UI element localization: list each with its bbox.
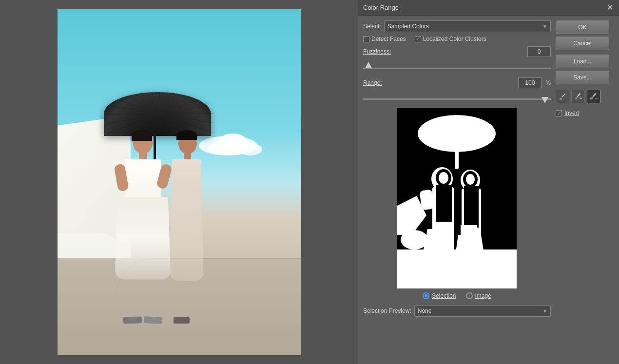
range-row: Range: % (363, 77, 551, 88)
selection-radio-label: Selection (432, 292, 456, 299)
localized-color-clusters-label: Localized Color Clusters (423, 36, 486, 42)
select-dropdown-value: Sampled Colors (387, 23, 429, 30)
image-radio-label: Image (475, 292, 491, 299)
eyedropper-subtract-icon: − (590, 93, 598, 100)
localized-color-clusters-checkbox[interactable] (415, 36, 421, 42)
load-button[interactable]: Load... (556, 55, 609, 68)
eyedropper-add-icon: + (574, 93, 582, 100)
image-radio-item[interactable]: Image (466, 292, 491, 299)
selection-preview-value: None (418, 307, 432, 314)
svg-rect-20 (560, 98, 562, 100)
eyedropper-subtract-button[interactable]: − (587, 90, 600, 103)
svg-rect-21 (575, 97, 577, 99)
detect-faces-checkbox-wrapper[interactable]: Detect Faces (363, 36, 406, 42)
select-dropdown[interactable]: Sampled Colors ▼ (384, 20, 551, 32)
range-slider[interactable] (363, 92, 551, 103)
invert-row: Invert (556, 110, 614, 116)
mask-preview (397, 108, 517, 288)
fuzziness-input[interactable] (527, 46, 551, 57)
view-radio-group: Selection Image (363, 292, 551, 299)
photo-area (0, 0, 358, 364)
svg-point-0 (418, 115, 496, 152)
dialog-sidebar: OK Cancel Load... Save... (556, 20, 614, 359)
range-track (363, 98, 551, 100)
photo-background (58, 9, 301, 355)
fuzziness-track (363, 68, 551, 69)
save-button[interactable]: Save... (556, 71, 609, 84)
dialog-titlebar: Color Range ✕ (358, 0, 619, 16)
image-radio[interactable] (466, 292, 473, 299)
ok-button[interactable]: OK (556, 20, 609, 34)
detect-faces-label: Detect Faces (371, 36, 406, 42)
invert-checkbox[interactable] (556, 110, 562, 116)
svg-rect-9 (397, 249, 517, 288)
select-label: Select: (363, 23, 381, 30)
svg-text:−: − (595, 96, 598, 100)
eyedropper-tools: + − (556, 90, 614, 103)
checkboxes-row: Detect Faces Localized Color Clusters (363, 36, 551, 42)
fuzziness-label: Fuzziness: (363, 48, 391, 55)
dialog-title: Color Range (363, 4, 399, 11)
svg-text:+: + (580, 96, 582, 100)
svg-rect-17 (461, 225, 477, 254)
invert-label: Invert (564, 110, 579, 116)
chevron-down-icon: ▼ (542, 24, 547, 29)
selection-radio-item[interactable]: Selection (423, 292, 456, 299)
fuzziness-slider[interactable] (363, 61, 551, 73)
localized-color-clusters-checkbox-wrapper[interactable]: Localized Color Clusters (415, 36, 486, 42)
cancel-button[interactable]: Cancel (556, 37, 609, 50)
chevron-down-icon-2: ▼ (542, 308, 547, 314)
detect-faces-checkbox[interactable] (363, 36, 369, 42)
fuzziness-slider-area (394, 46, 524, 57)
eyedropper-icon (559, 93, 566, 100)
color-range-dialog: Color Range ✕ Select: Sampled Colors ▼ D… (358, 0, 619, 364)
svg-point-19 (401, 230, 428, 249)
range-input[interactable] (518, 77, 542, 88)
svg-rect-1 (455, 150, 459, 169)
selection-radio[interactable] (423, 292, 429, 299)
mask-preview-svg (397, 108, 517, 288)
svg-point-14 (439, 172, 448, 184)
percent-sign: % (545, 79, 551, 86)
svg-rect-16 (435, 225, 454, 254)
select-row: Select: Sampled Colors ▼ (363, 20, 551, 32)
fuzziness-thumb[interactable] (365, 62, 372, 68)
selection-preview-row: Selection Preview: None ▼ (363, 305, 551, 317)
close-button[interactable]: ✕ (605, 3, 614, 12)
range-thumb[interactable] (542, 97, 548, 103)
svg-point-15 (466, 174, 475, 185)
photo-container (58, 9, 301, 355)
svg-rect-11 (436, 185, 452, 222)
selection-preview-label: Selection Preview: (363, 307, 411, 314)
selection-preview-dropdown[interactable]: None ▼ (414, 305, 551, 317)
eyedropper-add-button[interactable]: + (571, 90, 585, 103)
dialog-main-panel: Select: Sampled Colors ▼ Detect Faces Lo… (363, 20, 551, 359)
fuzziness-row: Fuzziness: (363, 46, 551, 57)
svg-rect-23 (590, 97, 593, 99)
eyedropper-button[interactable] (556, 90, 569, 103)
range-label: Range: (363, 79, 382, 86)
svg-rect-13 (464, 186, 479, 228)
